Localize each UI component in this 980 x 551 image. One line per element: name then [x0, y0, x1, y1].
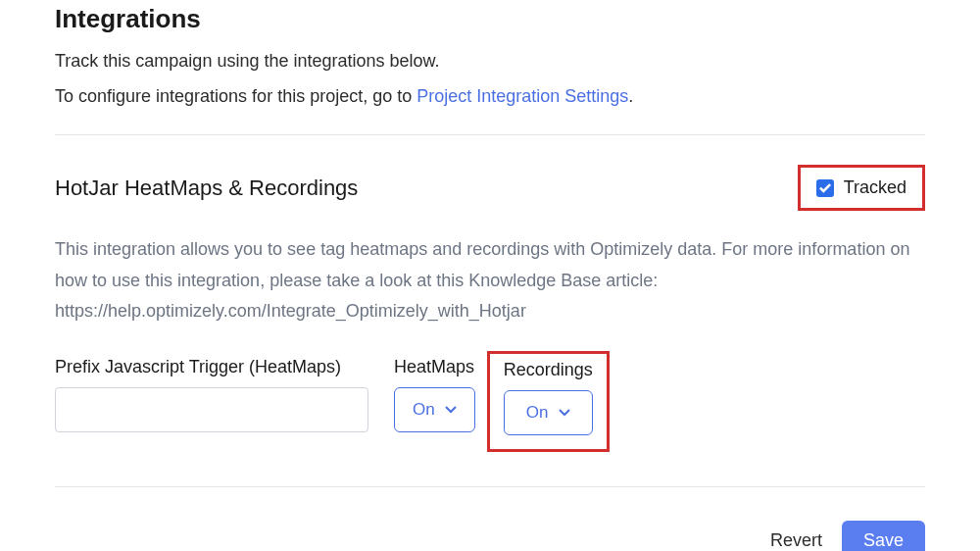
prefix-input[interactable] — [55, 387, 368, 432]
config-suffix: . — [628, 86, 633, 106]
tracked-checkbox[interactable] — [816, 179, 834, 197]
divider — [55, 134, 925, 135]
tracked-container: Tracked — [798, 165, 925, 211]
heatmaps-select[interactable]: On — [394, 387, 475, 432]
fields-row: Prefix Javascript Trigger (HeatMaps) Hea… — [55, 357, 925, 452]
config-prefix: To configure integrations for this proje… — [55, 86, 416, 106]
heatmaps-field-group: HeatMaps On — [394, 357, 475, 432]
footer-divider — [55, 486, 925, 487]
project-integration-settings-link[interactable]: Project Integration Settings — [416, 86, 628, 106]
recordings-field-group: Recordings On — [504, 360, 593, 435]
integration-title: HotJar HeatMaps & Recordings — [55, 175, 358, 201]
integration-description: This integration allows you to see tag h… — [55, 234, 917, 327]
prefix-field-group: Prefix Javascript Trigger (HeatMaps) — [55, 357, 368, 432]
footer-bar: Revert Save — [0, 486, 980, 551]
recordings-highlight: Recordings On — [487, 351, 610, 452]
check-icon — [819, 182, 831, 194]
chevron-down-icon — [445, 406, 457, 414]
heatmaps-value: On — [413, 400, 435, 420]
tracked-label: Tracked — [844, 177, 906, 198]
page-subtitle: Track this campaign using the integratio… — [55, 48, 925, 75]
integration-header: HotJar HeatMaps & Recordings Tracked — [55, 165, 925, 211]
footer-actions: Revert Save — [55, 521, 925, 551]
page-title: Integrations — [55, 4, 925, 34]
recordings-select[interactable]: On — [504, 390, 593, 435]
save-button[interactable]: Save — [842, 521, 925, 551]
prefix-label: Prefix Javascript Trigger (HeatMaps) — [55, 357, 368, 377]
recordings-label: Recordings — [504, 360, 593, 380]
chevron-down-icon — [559, 409, 570, 417]
revert-button[interactable]: Revert — [770, 530, 822, 551]
recordings-value: On — [526, 403, 549, 423]
config-line: To configure integrations for this proje… — [55, 86, 925, 107]
heatmaps-label: HeatMaps — [394, 357, 475, 377]
